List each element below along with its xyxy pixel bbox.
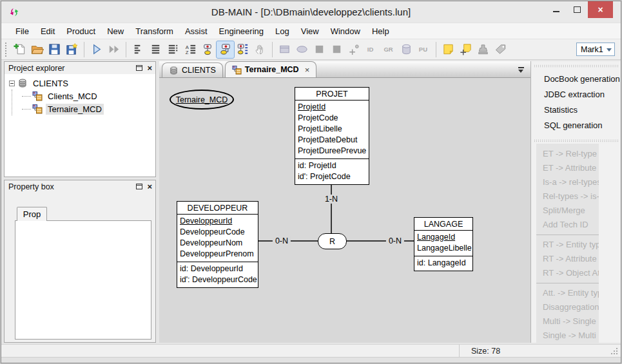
entity-attributes: DeveloppeurIdDeveloppeurCodeDeveloppeurN… — [177, 215, 258, 262]
tab-close-icon[interactable]: × — [305, 65, 310, 75]
new-note-icon — [442, 43, 455, 56]
text-compact-view-button[interactable] — [199, 41, 217, 58]
list-extended-view-button[interactable] — [164, 41, 182, 58]
property-box-title: Property box — [8, 182, 54, 191]
list-sorted-view-button[interactable]: AZ — [182, 41, 199, 58]
tree-row-ternaire_mcd[interactable]: Ternaire_MCD — [22, 102, 155, 115]
menu-item-rt-object-at: RT -> Object At — [536, 266, 599, 280]
schema-name-ellipse[interactable]: Ternaire_MCD — [170, 90, 234, 110]
panel-grip[interactable] — [534, 139, 618, 142]
tab-clients[interactable]: CLIENTS — [162, 62, 223, 77]
rel-type-r[interactable]: R — [318, 233, 347, 249]
attach-note-button[interactable] — [457, 41, 474, 58]
id-row: id': DeveloppeurCode — [180, 274, 255, 285]
collapse-icon[interactable] — [9, 81, 15, 86]
chevron-down-icon — [607, 48, 612, 52]
id-group-icon: ID — [365, 43, 378, 56]
cardinality-label[interactable]: 0-N — [386, 236, 404, 245]
entity-name: DEVELOPPEUR — [177, 202, 258, 215]
tab-ternaire_mcd[interactable]: Ternaire_MCD× — [225, 61, 316, 77]
diagram-canvas[interactable]: Ternaire_MCDPROJETProjetIdProjetCodeProj… — [159, 78, 530, 343]
close-button[interactable]: × — [588, 1, 613, 18]
pan-hand-icon — [253, 43, 267, 56]
menu-item-docbook-generation[interactable]: DocBook generation — [531, 72, 621, 87]
menu-item-window[interactable]: Window — [325, 24, 366, 38]
new-attribute-icon — [347, 43, 361, 56]
float-panel-icon[interactable] — [136, 184, 142, 189]
attribute-row: ProjetDateDebut — [298, 135, 366, 146]
tree-root-label: CLIENTS — [31, 78, 70, 89]
tree-connector — [22, 109, 31, 110]
new-entity-type-icon — [278, 43, 291, 56]
menu-item-product[interactable]: Product — [61, 24, 101, 38]
menu-item-statistics[interactable]: Statistics — [531, 102, 621, 118]
menu-item-engineering[interactable]: Engineering — [213, 24, 269, 38]
document-tab-bar: CLIENTSTernaire_MCD× — [159, 61, 530, 78]
graph-standard-view-button[interactable] — [234, 41, 251, 58]
menu-item-view[interactable]: View — [295, 24, 325, 38]
fast-forward-button[interactable] — [105, 41, 122, 58]
graph-compact-view-button[interactable] — [217, 41, 234, 58]
new-rel-type-icon — [295, 43, 309, 56]
list-compact-view-icon — [131, 43, 145, 56]
entity-projet[interactable]: PROJETProjetIdProjetCodeProjetLibellePro… — [295, 87, 369, 185]
menu-separator — [536, 235, 599, 235]
menu-item-help[interactable]: Help — [366, 24, 395, 38]
project-explorer-title: Project explorer — [8, 64, 65, 73]
float-panel-icon[interactable] — [136, 65, 142, 71]
new-block-2-button — [328, 41, 345, 58]
menu-item-sql-generation[interactable]: SQL generation — [531, 118, 621, 133]
list-standard-view-button[interactable] — [147, 41, 164, 58]
menu-item-split-merge: Split/Merge — [536, 204, 599, 218]
menu-item-edit[interactable]: Edit — [35, 24, 61, 38]
attribute-row: DeveloppeurId — [180, 216, 255, 227]
panel-grip[interactable] — [534, 64, 618, 68]
mark-stamp-icon — [476, 43, 490, 56]
resize-grip-icon[interactable] — [616, 353, 617, 354]
tab-list-icon[interactable] — [518, 67, 524, 73]
menu-item-jdbc-extraction[interactable]: JDBC extraction — [531, 87, 621, 102]
save-button[interactable] — [46, 41, 63, 58]
project-explorer-panel: Project explorer × — [4, 61, 156, 177]
tree-connector — [22, 96, 31, 97]
fast-forward-icon — [107, 43, 121, 56]
entity-langage[interactable]: LANGAGELangageIdLangageLibelleid: Langag… — [414, 217, 473, 271]
dbmain-logo-icon — [8, 6, 20, 18]
menu-item-att-entity-typ: Att. -> Entity typ — [536, 286, 599, 300]
close-panel-icon[interactable]: × — [147, 65, 152, 72]
new-file-button[interactable] — [11, 41, 28, 58]
toolbar-grip[interactable] — [5, 42, 8, 57]
menu-item-transform[interactable]: Transform — [130, 24, 179, 38]
cardinality-label[interactable]: 0-N — [273, 236, 291, 245]
save-as-icon — [65, 43, 79, 56]
prop-tab[interactable]: Prop — [17, 207, 47, 221]
open-folder-button[interactable] — [28, 41, 46, 58]
menu-item-file[interactable]: File — [10, 24, 35, 38]
pu-group-button: PU — [415, 41, 432, 58]
save-as-button[interactable] — [63, 41, 81, 58]
graph-standard-view-icon — [236, 43, 249, 56]
attribute-row: DeveloppeurNom — [180, 238, 255, 249]
open-folder-icon — [30, 43, 44, 56]
attribute-row: ProjetCode — [298, 113, 366, 124]
menu-item-new[interactable]: New — [101, 24, 130, 38]
menu-item-assist[interactable]: Assist — [179, 24, 213, 38]
toolbar-separator — [84, 42, 84, 57]
close-panel-icon[interactable]: × — [147, 184, 152, 190]
mark-selector[interactable]: Mark1 — [576, 43, 615, 56]
property-box-panel: Property box × Prop — [4, 180, 156, 343]
maximize-button[interactable] — [567, 1, 588, 18]
minimize-button[interactable] — [545, 1, 567, 18]
prop-tab-label: Prop — [23, 209, 41, 219]
tree-row-root[interactable]: CLIENTS — [5, 77, 155, 90]
schema-icon — [32, 104, 43, 114]
list-compact-view-button[interactable] — [130, 41, 147, 58]
entity-developpeur[interactable]: DEVELOPPEURDeveloppeurIdDeveloppeurCodeD… — [177, 201, 258, 288]
size-label: Size: 78 — [471, 347, 500, 356]
status-size: Size: 78 — [459, 345, 500, 357]
play-button[interactable] — [88, 41, 105, 58]
new-note-button[interactable] — [440, 41, 457, 58]
menu-item-log[interactable]: Log — [269, 24, 295, 38]
cardinality-label[interactable]: 1-N — [322, 195, 340, 204]
tree-row-clients_mcd[interactable]: Clients_MCD — [22, 90, 155, 102]
